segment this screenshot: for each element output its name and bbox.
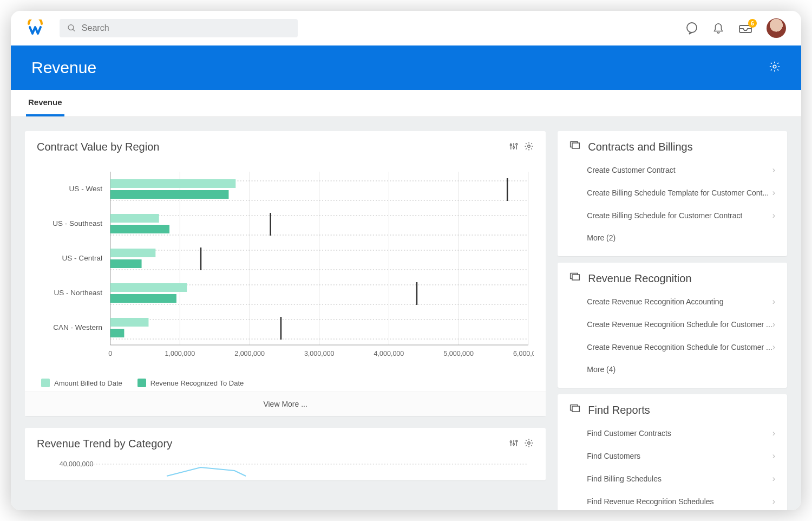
svg-rect-63 bbox=[572, 406, 579, 412]
inbox-badge: 6 bbox=[748, 19, 757, 28]
svg-point-58 bbox=[528, 441, 531, 444]
page-titlebar: Revenue bbox=[11, 45, 801, 90]
panel-icon bbox=[569, 141, 580, 153]
panel-item[interactable]: Find Revenue Recognition Schedules› bbox=[558, 490, 787, 510]
view-more-button[interactable]: View More ... bbox=[25, 392, 546, 416]
svg-text:6,000,000: 6,000,000 bbox=[513, 350, 534, 357]
chart1-legend: Amount Billed to Date Revenue Recognized… bbox=[25, 373, 546, 392]
svg-text:2,000,000: 2,000,000 bbox=[234, 350, 265, 357]
inbox-icon[interactable]: 6 bbox=[738, 22, 752, 34]
tab-bar: Revenue bbox=[11, 90, 801, 117]
svg-point-4 bbox=[773, 65, 776, 68]
chart2-gear-icon[interactable] bbox=[524, 438, 534, 450]
svg-text:5,000,000: 5,000,000 bbox=[443, 350, 474, 357]
panel-revenue-recognition: Revenue Recognition Create Revenue Recog… bbox=[558, 263, 787, 388]
svg-point-2 bbox=[687, 23, 697, 32]
svg-rect-40 bbox=[110, 249, 156, 257]
panel-item[interactable]: Find Customers› bbox=[558, 445, 787, 467]
legend-recognized: Revenue Recognized To Date bbox=[137, 379, 244, 387]
svg-rect-61 bbox=[572, 143, 579, 148]
svg-text:40,000,000: 40,000,000 bbox=[60, 460, 94, 468]
chevron-right-icon: › bbox=[772, 497, 775, 506]
panel-more[interactable]: More (4) bbox=[558, 359, 787, 380]
svg-text:US - Southeast: US - Southeast bbox=[53, 219, 102, 227]
svg-text:3,000,000: 3,000,000 bbox=[304, 350, 335, 357]
svg-text:1,000,000: 1,000,000 bbox=[165, 350, 195, 357]
card-contract-value: Contract Value by Region 01,000,0002,000… bbox=[25, 131, 546, 416]
chevron-right-icon: › bbox=[772, 211, 775, 220]
notifications-icon[interactable] bbox=[712, 22, 724, 35]
svg-text:US - Central: US - Central bbox=[62, 254, 103, 262]
chevron-right-icon: › bbox=[772, 474, 775, 484]
svg-rect-28 bbox=[110, 179, 236, 188]
panel-title: Revenue Recognition bbox=[588, 272, 691, 285]
svg-point-57 bbox=[516, 440, 518, 441]
panel-item[interactable]: Create Billing Schedule for Customer Con… bbox=[558, 204, 787, 227]
chevron-right-icon: › bbox=[772, 342, 775, 352]
svg-point-7 bbox=[516, 143, 518, 145]
panel-item[interactable]: Find Billing Schedules› bbox=[558, 467, 787, 490]
search-box[interactable] bbox=[60, 19, 298, 37]
svg-rect-46 bbox=[110, 283, 187, 292]
panel-item[interactable]: Create Revenue Recognition Schedule for … bbox=[558, 313, 787, 336]
chevron-right-icon: › bbox=[772, 451, 775, 461]
panel-item[interactable]: Create Revenue Recognition Schedule for … bbox=[558, 336, 787, 359]
svg-rect-41 bbox=[110, 259, 142, 268]
svg-point-5 bbox=[510, 144, 512, 146]
svg-point-55 bbox=[510, 441, 512, 442]
svg-rect-47 bbox=[110, 294, 176, 303]
panel-more[interactable]: More (2) bbox=[558, 227, 787, 249]
chart2: 40,000,000 bbox=[37, 455, 534, 477]
chart2-config-icon[interactable] bbox=[509, 438, 519, 450]
svg-rect-35 bbox=[110, 225, 169, 233]
panel-item[interactable]: Find Customer Contracts› bbox=[558, 422, 787, 445]
page-title: Revenue bbox=[31, 58, 96, 77]
svg-text:0: 0 bbox=[108, 350, 112, 357]
legend-billed: Amount Billed to Date bbox=[41, 379, 122, 387]
svg-point-0 bbox=[68, 25, 74, 30]
chevron-right-icon: › bbox=[772, 297, 775, 307]
panel-contracts-billings: Contracts and Billings Create Customer C… bbox=[558, 131, 787, 256]
svg-rect-53 bbox=[110, 329, 125, 337]
content: Contract Value by Region 01,000,0002,000… bbox=[11, 117, 801, 510]
svg-text:US - West: US - West bbox=[69, 185, 103, 193]
chart-gear-icon[interactable] bbox=[524, 141, 534, 153]
chart1-title: Contract Value by Region bbox=[37, 141, 159, 153]
svg-rect-29 bbox=[110, 190, 229, 199]
chart1: 01,000,0002,000,0003,000,0004,000,0005,0… bbox=[37, 161, 534, 367]
svg-text:CAN - Western: CAN - Western bbox=[53, 323, 102, 331]
tab-revenue[interactable]: Revenue bbox=[26, 90, 64, 116]
search-input[interactable] bbox=[82, 23, 290, 33]
panel-title: Find Reports bbox=[588, 404, 650, 416]
avatar[interactable] bbox=[767, 18, 786, 38]
chevron-right-icon: › bbox=[772, 320, 775, 329]
chart2-title: Revenue Trend by Category bbox=[37, 438, 172, 450]
panel-item[interactable]: Create Customer Contract› bbox=[558, 159, 787, 181]
panel-title: Contracts and Billings bbox=[588, 141, 692, 153]
panel-find-reports: Find Reports Find Customer Contracts›Fin… bbox=[558, 394, 787, 510]
topbar: 6 bbox=[11, 11, 801, 45]
chevron-right-icon: › bbox=[772, 188, 775, 198]
panel-item[interactable]: Create Revenue Recognition Accounting› bbox=[558, 290, 787, 313]
panel-icon bbox=[569, 272, 580, 285]
workday-logo[interactable] bbox=[26, 19, 44, 37]
svg-text:US - Northeast: US - Northeast bbox=[54, 289, 102, 297]
chart-config-icon[interactable] bbox=[509, 141, 519, 153]
svg-line-1 bbox=[73, 29, 75, 31]
svg-rect-62 bbox=[572, 275, 579, 280]
panel-icon bbox=[569, 404, 580, 416]
chevron-right-icon: › bbox=[772, 165, 775, 175]
gear-icon[interactable] bbox=[769, 61, 781, 75]
chevron-right-icon: › bbox=[772, 428, 775, 438]
svg-rect-34 bbox=[110, 214, 159, 223]
card-revenue-trend: Revenue Trend by Category 40,00 bbox=[25, 428, 546, 480]
svg-text:4,000,000: 4,000,000 bbox=[374, 350, 404, 357]
svg-point-6 bbox=[513, 146, 515, 148]
chat-icon[interactable] bbox=[685, 22, 698, 35]
search-icon bbox=[67, 23, 76, 33]
svg-rect-52 bbox=[110, 318, 149, 327]
panel-item[interactable]: Create Billing Schedule Template for Cus… bbox=[558, 181, 787, 204]
svg-point-8 bbox=[528, 145, 531, 147]
svg-point-56 bbox=[513, 443, 515, 445]
